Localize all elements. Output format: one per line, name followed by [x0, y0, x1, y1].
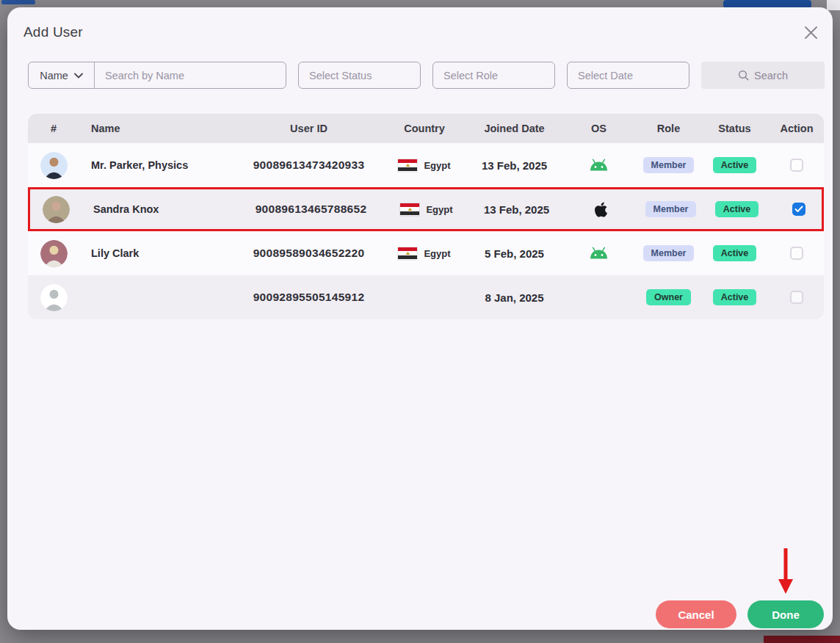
- background-page-edge: [827, 0, 840, 10]
- status-cell: Active: [700, 245, 770, 261]
- role-cell: Member: [637, 157, 700, 173]
- country-cell: Egypt: [380, 247, 468, 260]
- table-row[interactable]: Lily Clark 90089589034652220 Egypt 5 Feb…: [28, 231, 824, 275]
- search-icon: [738, 70, 749, 81]
- avatar-cell: [28, 152, 79, 179]
- egypt-flag-icon: [398, 247, 417, 260]
- status-badge: Active: [713, 289, 757, 305]
- search-button-label: Search: [754, 70, 788, 81]
- add-user-modal: Add User Name Search #NameUser IDCountry…: [7, 7, 833, 630]
- name-filter-dropdown[interactable]: Name: [29, 62, 95, 88]
- column-header: #: [28, 123, 79, 134]
- filter-bar: Name Search: [28, 62, 825, 89]
- table-row[interactable]: Sandra Knox 90089613465788652 Egypt 13 F…: [28, 187, 824, 231]
- avatar-cell: [28, 240, 79, 267]
- user-name: Lily Clark: [79, 247, 237, 259]
- search-button[interactable]: Search: [701, 62, 825, 89]
- select-status-input[interactable]: [298, 62, 421, 89]
- avatar-cell: [28, 284, 79, 311]
- avatar: [40, 284, 68, 311]
- screen: Add User Name Search #NameUser IDCountry…: [0, 0, 840, 643]
- table-header: #NameUser IDCountryJoined DateOSRoleStat…: [28, 114, 824, 143]
- status-cell: Active: [702, 201, 772, 217]
- cancel-button[interactable]: Cancel: [656, 600, 736, 628]
- apple-icon: [594, 201, 608, 218]
- column-header: Action: [770, 123, 824, 134]
- egypt-flag-icon: [398, 159, 417, 172]
- country-cell: Egypt: [380, 159, 468, 172]
- joined-date: 13 Feb, 2025: [471, 203, 562, 216]
- country-label: Egypt: [424, 160, 450, 171]
- table-body: Mr. Parker, Physics 90089613473420933 Eg…: [28, 143, 824, 319]
- status-cell: Active: [700, 157, 770, 173]
- role-cell: Member: [640, 201, 702, 217]
- egypt-flag-icon: [400, 203, 419, 216]
- user-id: 90092895505145912: [237, 291, 380, 304]
- action-cell: [770, 291, 824, 304]
- user-name: Sandra Knox: [82, 203, 239, 215]
- status-badge: Active: [713, 245, 757, 261]
- annotation-arrow-icon: [776, 547, 795, 595]
- user-id: 90089613465788652: [239, 203, 383, 216]
- page-title: Add User: [23, 24, 83, 40]
- os-cell: [560, 247, 637, 260]
- role-badge: Member: [643, 245, 695, 261]
- os-cell: [560, 159, 637, 172]
- android-icon: [589, 159, 609, 172]
- close-icon[interactable]: [802, 23, 819, 41]
- name-search-combo: Name: [28, 62, 286, 89]
- row-checkbox[interactable]: [790, 291, 803, 304]
- done-button[interactable]: Done: [747, 600, 824, 628]
- check-icon: [794, 206, 803, 213]
- column-header: Country: [380, 123, 468, 134]
- column-header: User ID: [237, 123, 380, 134]
- column-header: Status: [700, 123, 770, 134]
- row-checkbox[interactable]: [790, 159, 803, 172]
- status-badge: Active: [715, 201, 759, 217]
- joined-date: 13 Feb, 2025: [468, 159, 560, 172]
- users-table: #NameUser IDCountryJoined DateOSRoleStat…: [28, 114, 824, 319]
- row-checkbox[interactable]: [790, 247, 803, 260]
- os-cell: [562, 201, 640, 218]
- column-header: Role: [637, 123, 700, 134]
- action-cell: [770, 159, 824, 172]
- avatar: [40, 240, 68, 267]
- user-id: 90089613473420933: [237, 159, 380, 172]
- chevron-down-icon: [74, 73, 83, 79]
- column-header: Joined Date: [468, 123, 560, 134]
- joined-date: 5 Feb, 2025: [468, 247, 560, 260]
- select-date-input[interactable]: [567, 62, 689, 89]
- user-name: Mr. Parker, Physics: [79, 159, 237, 171]
- user-id: 90089589034652220: [237, 247, 380, 260]
- role-cell: Member: [637, 245, 700, 261]
- background-text-fragment: [1, 0, 35, 4]
- search-by-name-input[interactable]: [95, 62, 286, 88]
- action-cell: [772, 203, 826, 216]
- row-checkbox[interactable]: [792, 203, 805, 216]
- avatar: [40, 152, 68, 179]
- role-cell: Owner: [637, 289, 700, 305]
- status-cell: Active: [700, 289, 770, 305]
- select-role-input[interactable]: [432, 62, 555, 89]
- android-icon: [589, 247, 609, 260]
- joined-date: 8 Jan, 2025: [468, 291, 560, 304]
- background-button-fragment-bottom: [764, 636, 840, 643]
- role-badge: Owner: [646, 289, 691, 305]
- status-badge: Active: [713, 157, 757, 173]
- action-cell: [770, 247, 824, 260]
- name-filter-label: Name: [40, 70, 68, 81]
- table-row[interactable]: 90092895505145912 8 Jan, 2025 Owner Acti…: [28, 275, 824, 319]
- avatar-cell: [30, 196, 82, 223]
- role-badge: Member: [645, 201, 697, 217]
- column-header: OS: [560, 123, 637, 134]
- column-header: Name: [79, 123, 237, 134]
- country-label: Egypt: [426, 204, 452, 215]
- country-label: Egypt: [424, 248, 450, 259]
- table-row[interactable]: Mr. Parker, Physics 90089613473420933 Eg…: [28, 143, 824, 187]
- country-cell: Egypt: [383, 203, 471, 216]
- role-badge: Member: [643, 157, 695, 173]
- avatar: [43, 196, 70, 223]
